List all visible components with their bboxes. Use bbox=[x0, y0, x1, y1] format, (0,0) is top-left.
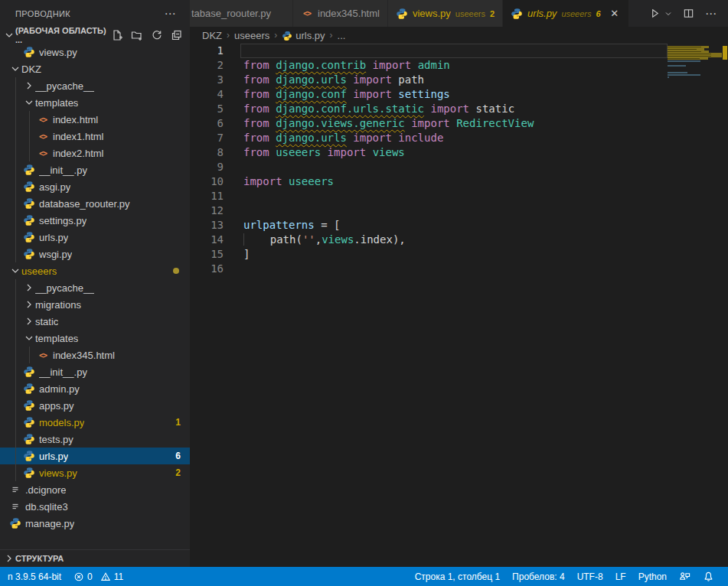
code-token bbox=[411, 59, 417, 71]
tree-item-useeers[interactable]: useeers bbox=[0, 262, 190, 279]
tree-item-views-py[interactable]: views.py2 bbox=[0, 464, 190, 481]
feedback-button[interactable] bbox=[673, 567, 697, 586]
tree-item-label: DKZ bbox=[21, 63, 41, 75]
outline-section-label: СТРУКТУРА bbox=[15, 554, 64, 563]
eol[interactable]: LF bbox=[609, 567, 632, 586]
bell-button[interactable] bbox=[697, 567, 720, 586]
tree-item-label: settings.py bbox=[39, 215, 87, 226]
python-icon bbox=[9, 517, 21, 529]
python-icon bbox=[23, 248, 35, 260]
tab-urls-py[interactable]: urls.pyuseeers6✕ bbox=[503, 0, 629, 27]
tree-item--pycache-[interactable]: __pycache__ bbox=[0, 77, 190, 94]
tree-item--init-py[interactable]: __init__.py bbox=[0, 363, 190, 380]
tree-item-tests-py[interactable]: tests.py bbox=[0, 431, 190, 448]
tree-item-wsgi-py[interactable]: wsgi.py bbox=[0, 246, 190, 262]
code-token: from bbox=[243, 73, 269, 86]
outline-section-header[interactable]: СТРУКТУРА bbox=[0, 549, 190, 567]
tab-label: urls.py bbox=[527, 8, 557, 19]
tab-index345-html[interactable]: <>index345.html bbox=[293, 0, 388, 27]
tree-item-urls-py[interactable]: urls.py bbox=[0, 229, 190, 246]
line-number: 1 bbox=[190, 44, 224, 58]
new-file-button[interactable] bbox=[110, 28, 124, 42]
split-editor-button[interactable] bbox=[681, 6, 696, 21]
problems-badge: 1 bbox=[175, 417, 181, 428]
code-token: , bbox=[315, 233, 322, 246]
tree-item-templates[interactable]: templates bbox=[0, 94, 190, 111]
new-folder-button[interactable] bbox=[130, 28, 144, 42]
code-editor[interactable]: 12345678910111213141516 from django.cont… bbox=[190, 44, 728, 567]
code-token bbox=[269, 146, 276, 158]
tree-item-database-roouter-py[interactable]: database_roouter.py bbox=[0, 195, 190, 212]
code-token: import bbox=[353, 88, 392, 100]
line-number: 11 bbox=[190, 189, 224, 203]
tree-item-asgi-py[interactable]: asgi.py bbox=[0, 178, 190, 195]
html-icon: <> bbox=[37, 349, 49, 361]
tree-item-admin-py[interactable]: admin.py bbox=[0, 380, 190, 397]
tree-item-manage-py[interactable]: manage.py bbox=[0, 515, 190, 532]
tree-item-label: __pycache__ bbox=[35, 80, 94, 92]
tree-item-urls-py[interactable]: urls.py6 bbox=[0, 448, 190, 464]
status-bar-right: Строка 1, столбец 1Пробелов: 4UTF-8LFPyt… bbox=[409, 567, 728, 586]
tree-item-dkz[interactable]: DKZ bbox=[0, 60, 190, 77]
code-token: '' bbox=[302, 233, 315, 246]
warning-icon bbox=[100, 571, 111, 582]
code-line bbox=[243, 262, 534, 276]
tree-item-static[interactable]: static bbox=[0, 313, 190, 330]
encoding[interactable]: UTF-8 bbox=[571, 567, 609, 586]
line-number: 7 bbox=[190, 131, 224, 145]
tree-item-migrations[interactable]: migrations bbox=[0, 296, 190, 313]
breadcrumb-item[interactable]: ... bbox=[338, 30, 346, 41]
tree-item-apps-py[interactable]: apps.py bbox=[0, 397, 190, 414]
code-token bbox=[405, 117, 411, 129]
tree-item-settings-py[interactable]: settings.py bbox=[0, 212, 190, 229]
breadcrumb-item[interactable]: useeers bbox=[234, 30, 269, 41]
python-interpreter-status[interactable]: n 3.9.5 64-bit bbox=[2, 567, 67, 586]
code-token: django.views.generic bbox=[276, 117, 405, 129]
tree-item--pycache-[interactable]: __pycache__ bbox=[0, 279, 190, 296]
tree-item-views-py[interactable]: views.py bbox=[0, 44, 190, 60]
run-dropdown[interactable] bbox=[664, 6, 673, 21]
refresh-button[interactable] bbox=[150, 28, 164, 42]
breadcrumb-item[interactable]: DKZ bbox=[202, 30, 222, 41]
tab-tabase-roouter-py[interactable]: tabase_roouter.py bbox=[190, 0, 293, 27]
tree-item-templates[interactable]: templates bbox=[0, 330, 190, 347]
tree-item--init-py[interactable]: __init__.py bbox=[0, 161, 190, 178]
line-number: 15 bbox=[190, 247, 224, 262]
close-icon[interactable]: ✕ bbox=[609, 8, 621, 19]
python-icon bbox=[23, 164, 35, 176]
breadcrumb-item[interactable]: urls.py bbox=[282, 30, 325, 41]
tab-views-py[interactable]: views.pyuseeers2 bbox=[388, 0, 503, 27]
status-item-label: UTF-8 bbox=[577, 571, 603, 582]
status-bar: n 3.9.5 64-bit 0 11 Строка 1, столбец 1П… bbox=[0, 567, 728, 586]
status-item-label: Python bbox=[638, 571, 667, 582]
more-actions-button[interactable]: ⋯ bbox=[704, 6, 719, 21]
code-token: import bbox=[353, 73, 392, 86]
explorer-more-actions-button[interactable]: ⋯ bbox=[160, 7, 181, 21]
code-token: from bbox=[243, 88, 269, 100]
language-mode[interactable]: Python bbox=[632, 567, 673, 586]
status-item-label: LF bbox=[615, 571, 626, 582]
tree-indent-guide bbox=[15, 279, 16, 481]
tree-item-label: migrations bbox=[35, 299, 81, 311]
indentation[interactable]: Пробелов: 4 bbox=[506, 567, 571, 586]
code-token bbox=[269, 103, 276, 115]
collapse-all-button[interactable] bbox=[170, 28, 184, 42]
tree-item-label: index1.html bbox=[53, 131, 103, 142]
workspace-section-header[interactable]: (РАБОЧАЯ ОБЛАСТЬ) ... bbox=[0, 27, 190, 44]
minimap[interactable] bbox=[668, 44, 722, 80]
breadcrumb-separator: › bbox=[222, 30, 234, 41]
tree-item--dcignore[interactable]: .dcignore bbox=[0, 481, 190, 498]
line-number: 2 bbox=[190, 58, 224, 73]
tree-item-models-py[interactable]: models.py1 bbox=[0, 414, 190, 431]
problems-badge: 2 bbox=[175, 467, 181, 478]
cursor-position[interactable]: Строка 1, столбец 1 bbox=[409, 567, 506, 586]
python-icon bbox=[23, 366, 35, 378]
problems-status[interactable]: 0 11 bbox=[67, 567, 129, 586]
tab-label: views.py bbox=[413, 8, 451, 19]
breadcrumb-label: ... bbox=[338, 30, 346, 41]
run-button[interactable] bbox=[647, 6, 662, 21]
line-number: 12 bbox=[190, 203, 224, 218]
code-line bbox=[243, 189, 534, 203]
status-bar-left: n 3.9.5 64-bit 0 11 bbox=[0, 567, 129, 586]
tree-item-db-sqlite3[interactable]: db.sqlite3 bbox=[0, 498, 190, 515]
